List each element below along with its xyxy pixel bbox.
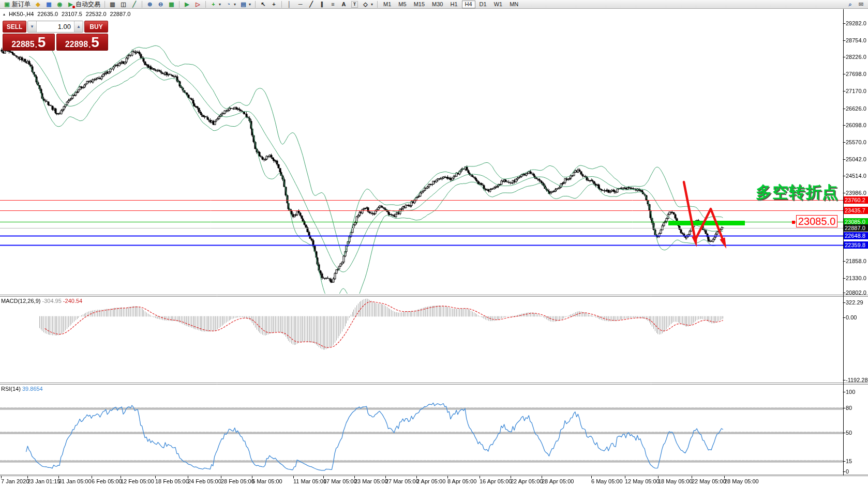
time-tick-label: 18 May 05:00	[658, 478, 693, 484]
arrows-button[interactable]: ◇▾	[361, 1, 375, 8]
bars-chart-button[interactable]: ▥	[108, 1, 117, 8]
time-tick-label: 28 May 05:00	[724, 478, 759, 484]
time-tick-label: 22 Apr 05:00	[511, 478, 543, 484]
sell-button[interactable]: SELL	[3, 21, 26, 33]
volume-input[interactable]	[37, 21, 74, 32]
horizontal-line-button[interactable]: ─	[295, 1, 305, 8]
tile-windows-icon: ▦	[168, 1, 175, 8]
price-tick: 29282.0	[846, 20, 866, 26]
zoom-out-button[interactable]: ⊖	[156, 1, 166, 8]
channel-button[interactable]: ∥	[317, 1, 327, 8]
autotrading-label: 自动交易	[76, 0, 100, 9]
dropdown-caret-icon: ▾	[219, 2, 221, 7]
timeframe-H1-button[interactable]: H1	[447, 1, 460, 8]
indicators-icon: +	[210, 1, 217, 8]
timeframe-MN-button[interactable]: MN	[506, 1, 521, 8]
timeframe-M1-button[interactable]: M1	[380, 1, 394, 8]
zoom-in-button[interactable]: ⊕	[145, 1, 155, 8]
timeframe-W1-button[interactable]: W1	[491, 1, 506, 8]
toolbar-separator	[281, 1, 282, 8]
price-tick: 27170.0	[846, 88, 866, 94]
timeframe-H4-button[interactable]: H4	[462, 1, 475, 8]
price-tick: 80	[846, 405, 852, 411]
periods-icon: ◔	[225, 1, 232, 8]
text-label-button[interactable]: T	[350, 1, 360, 8]
candlestick-chart-button[interactable]: ◫	[118, 1, 128, 8]
ohlc-open: 22635.0	[37, 11, 58, 17]
price-tick: 15	[846, 458, 852, 464]
price-level-label: 23435.7	[844, 207, 868, 214]
buy-price[interactable]: 22898.5	[56, 34, 109, 51]
terminal-button[interactable]: ▦	[44, 1, 54, 8]
time-tick-label: 6 Feb 05:00	[92, 478, 122, 484]
time-tick-label: 27 Mar 05:00	[385, 478, 419, 484]
time-tick-label: 28 Feb 05:00	[221, 478, 255, 484]
indicators-button[interactable]: +▾	[208, 1, 222, 8]
templates-icon: ▤	[240, 1, 247, 8]
sell-price[interactable]: 22885.5	[3, 34, 55, 51]
autotrading-button[interactable]: ▶自动交易	[66, 1, 102, 8]
time-tick-label: 11 Mar 05:00	[293, 478, 326, 484]
dropdown-caret-icon: ▾	[249, 2, 251, 7]
sell-price-dot: .	[35, 40, 37, 50]
timeframe-M15-button[interactable]: M15	[411, 1, 428, 8]
new-order-icon: ▣	[4, 1, 10, 8]
periods-button[interactable]: ◔▾	[223, 1, 237, 8]
sell-price-int: 22885	[11, 39, 35, 50]
line-chart-icon: ╱	[131, 1, 138, 8]
price-callout[interactable]: 23085.0	[796, 215, 837, 227]
toolbar-separator	[377, 1, 378, 8]
buy-price-dec: 5	[91, 36, 99, 50]
price-tick: -1192.28	[846, 377, 868, 383]
trendline-button[interactable]: ╱	[306, 1, 316, 8]
buy-button[interactable]: BUY	[84, 21, 108, 33]
price-chart-canvas[interactable]	[0, 0, 868, 488]
rsi-label: RSI(14) 39.8654	[1, 386, 43, 392]
auto-scroll-button[interactable]: ▶	[182, 1, 192, 8]
crosshair-button[interactable]: +	[269, 1, 279, 8]
timeframe-M30-button[interactable]: M30	[429, 1, 446, 8]
cursor-button[interactable]: ↖	[258, 1, 268, 8]
autotrading-icon: ▶	[67, 1, 74, 8]
time-tick-label: 31 Jan 05:00	[58, 478, 92, 484]
toolbar-separator	[104, 1, 105, 8]
price-tick: 25570.0	[846, 139, 866, 145]
price-tick: 21858.0	[846, 258, 866, 264]
text-button[interactable]: A	[339, 1, 349, 8]
annotation-text[interactable]: 多空转折点	[756, 181, 839, 203]
price-tick: 0	[846, 468, 849, 475]
timeframe-M5-button[interactable]: M5	[395, 1, 409, 8]
time-tick-label: 18 Feb 05:00	[155, 478, 189, 484]
chat-button[interactable]: ✉	[856, 1, 866, 8]
candlestick-chart-icon: ◫	[120, 1, 127, 8]
market-watch-button[interactable]: ◉	[55, 1, 65, 8]
time-tick-label: 23 Jan 01:15	[27, 478, 61, 484]
new-order-label: 新订单	[12, 0, 31, 9]
volume-increase-button[interactable]	[74, 21, 83, 32]
line-chart-button[interactable]: ╱	[129, 1, 139, 8]
metaeditor-button[interactable]: ◆	[33, 1, 43, 8]
templates-button[interactable]: ▤▾	[238, 1, 252, 8]
volume-decrease-button[interactable]	[28, 21, 37, 32]
chart-shift-button[interactable]: ▷	[193, 1, 203, 8]
terminal-icon: ▦	[46, 1, 52, 8]
macd-label: MACD(12,26,9) -304.95 -240.54	[1, 298, 82, 304]
search-button[interactable]: ⌕	[845, 1, 855, 8]
timeframe-D1-button[interactable]: D1	[476, 1, 490, 8]
time-tick-label: 28 Apr 05:00	[542, 478, 574, 484]
chart-shift-icon: ▷	[194, 1, 201, 8]
fibonacci-button[interactable]: ≡	[328, 1, 338, 8]
new-order-button[interactable]: ▣新订单	[2, 1, 32, 8]
price-tick: 26098.0	[846, 122, 866, 128]
chart-title-icon: ▴	[3, 12, 5, 17]
horizontal-line-icon: ─	[297, 1, 304, 8]
metaeditor-icon: ◆	[35, 1, 41, 8]
toolbar-separator	[142, 1, 142, 8]
time-tick-label: 6 May 05:00	[591, 478, 623, 484]
vertical-line-button[interactable]: │	[285, 1, 294, 8]
tile-windows-button[interactable]: ▦	[167, 1, 176, 8]
time-tick-label: 12 May 05:00	[625, 478, 660, 484]
toolbar-separator	[255, 1, 256, 8]
price-level-label: 22648.8	[844, 232, 868, 239]
price-tick: 28754.0	[846, 37, 866, 43]
